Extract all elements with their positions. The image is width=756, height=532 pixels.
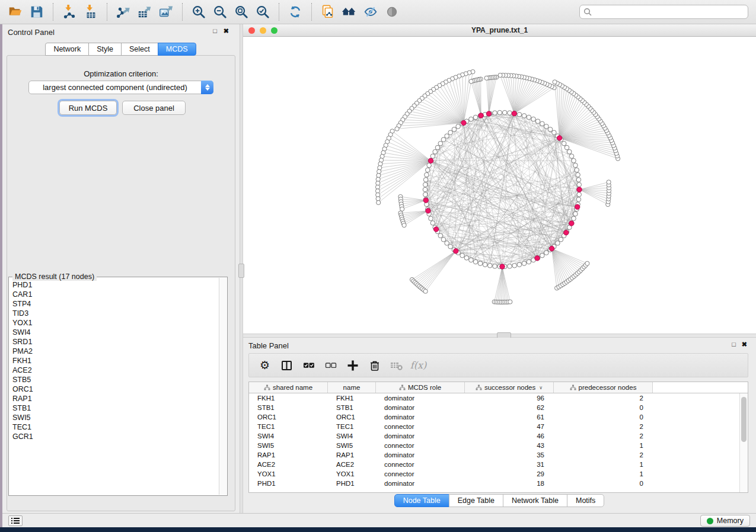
unchecked-boxes-icon (325, 360, 337, 371)
mcds-node-item[interactable]: SWI4 (9, 328, 219, 337)
table-scrollbar-thumb[interactable] (741, 397, 747, 442)
control-panel-title: Control Panel (8, 28, 55, 37)
function-builder-button-disabled: f(x) (407, 355, 429, 376)
task-history-button[interactable] (8, 515, 23, 526)
refresh-view-button[interactable] (285, 2, 306, 22)
mcds-node-item[interactable]: PMA2 (9, 347, 219, 356)
tab-edge-table[interactable]: Edge Table (449, 494, 503, 507)
delete-column-button[interactable] (363, 355, 385, 376)
network-canvas[interactable] (243, 37, 756, 334)
zoom-fit-button[interactable] (231, 2, 252, 22)
tab-motifs[interactable]: Motifs (567, 494, 604, 507)
horizontal-splitter[interactable] (243, 334, 756, 338)
table-row[interactable]: ACE2ACE2connector311 (249, 460, 739, 469)
column-header-name[interactable]: name (328, 382, 376, 393)
tab-network[interactable]: Network (45, 43, 89, 56)
zoom-in-button[interactable] (188, 2, 209, 22)
control-panel: Control Panel □ ✖ NetworkStyleSelectMCDS… (2, 24, 240, 513)
mcds-node-item[interactable]: CAR1 (9, 290, 219, 299)
float-panel-icon[interactable]: □ (732, 341, 736, 348)
export-table-button[interactable] (134, 2, 155, 22)
show-hide-details-button[interactable] (381, 2, 403, 22)
checked-boxes-icon (303, 360, 315, 371)
tab-node-table[interactable]: Node Table (394, 494, 449, 507)
table-row[interactable]: STB1STB1dominator620 (249, 403, 739, 412)
column-header-MCDS-role[interactable]: MCDS role (376, 382, 465, 393)
eye-slash-icon (363, 4, 378, 20)
memory-button[interactable]: Memory (700, 515, 750, 527)
column-header-successor-nodes[interactable]: successor nodes∨ (465, 382, 554, 393)
mcds-node-item[interactable]: ACE2 (9, 366, 219, 375)
delete-table-icon (390, 360, 403, 371)
toolbar-separator (53, 3, 53, 21)
unselect-all-columns-button[interactable] (320, 355, 342, 376)
mcds-node-item[interactable]: STP4 (9, 299, 219, 309)
hide-graphics-details-button[interactable] (360, 2, 381, 22)
zoom-selected-button[interactable] (252, 2, 273, 22)
clone-network-button[interactable] (317, 2, 339, 22)
control-panel-header: Control Panel □ ✖ (2, 24, 240, 40)
optimization-criterion-label: Optimization criterion: (7, 69, 235, 78)
mcds-node-item[interactable]: FKH1 (9, 356, 219, 366)
close-panel-icon[interactable]: ✖ (742, 341, 747, 348)
close-panel-icon[interactable]: ✖ (224, 27, 229, 35)
table-row[interactable]: PHD1PHD1dominator180 (249, 479, 739, 488)
clone-network-icon (320, 4, 336, 20)
close-panel-button[interactable]: Close panel (122, 101, 186, 115)
mcds-node-item[interactable]: SWI5 (9, 413, 219, 422)
tab-select[interactable]: Select (121, 43, 158, 56)
home-button[interactable] (339, 2, 360, 22)
float-panel-icon[interactable]: □ (213, 27, 217, 34)
control-panel-tabs: NetworkStyleSelectMCDS (2, 43, 240, 56)
mcds-node-item[interactable]: ORC1 (9, 384, 219, 394)
column-header-shared-name[interactable]: shared name (249, 382, 328, 393)
mcds-node-item[interactable]: GCR1 (9, 432, 219, 441)
table-row[interactable]: YOX1YOX1connector291 (249, 469, 739, 479)
vertical-splitter[interactable] (240, 24, 243, 513)
column-header-predecessor-nodes[interactable]: predecessor nodes (554, 382, 653, 393)
table-panel: Table Panel □ ✖ ⚙ f(x) (243, 338, 756, 513)
network-title: YPA_prune.txt_1 (243, 26, 756, 34)
open-session-button[interactable] (5, 2, 26, 22)
zoom-out-button[interactable] (209, 2, 231, 22)
table-row[interactable]: SWI5SWI5connector431 (249, 441, 739, 450)
table-row[interactable]: RAP1RAP1dominator352 (249, 450, 739, 460)
table-row[interactable]: TEC1TEC1connector472 (249, 422, 739, 431)
import-table-button[interactable] (80, 2, 101, 22)
mcds-node-item[interactable]: STB5 (9, 375, 219, 384)
tab-style[interactable]: Style (88, 43, 122, 56)
mcds-node-item[interactable]: STB1 (9, 403, 219, 413)
tab-mcds[interactable]: MCDS (158, 43, 196, 56)
table-settings-button[interactable]: ⚙ (254, 355, 276, 376)
mcds-node-item[interactable]: YOX1 (9, 318, 219, 328)
table-scrollbar[interactable] (739, 393, 748, 492)
optimization-criterion-select[interactable]: largest connected component (undirected) (28, 81, 213, 94)
table-type-tabs: Node TableEdge TableNetwork TableMotifs (243, 494, 756, 507)
add-column-button[interactable] (342, 355, 363, 376)
export-image-button[interactable] (155, 2, 177, 22)
network-view-titlebar[interactable]: YPA_prune.txt_1 (243, 24, 756, 37)
mcds-node-item[interactable]: RAP1 (9, 394, 219, 403)
tab-network-table[interactable]: Network Table (503, 494, 567, 507)
import-network-button[interactable] (59, 2, 80, 22)
table-row[interactable]: SWI4SWI4dominator462 (249, 431, 739, 441)
export-network-button[interactable] (113, 2, 134, 22)
search-input[interactable] (579, 5, 748, 19)
trash-icon (369, 360, 381, 371)
mcds-node-item[interactable]: PHD1 (9, 280, 219, 290)
select-all-columns-button[interactable] (298, 355, 320, 376)
double-house-icon (341, 4, 358, 20)
search-container (579, 5, 748, 19)
run-mcds-button[interactable]: Run MCDS (59, 101, 117, 115)
table-row[interactable]: FKH1FKH1dominator962 (249, 393, 739, 403)
vertical-splitter-handle[interactable] (238, 264, 244, 278)
mcds-node-item[interactable]: TEC1 (9, 422, 219, 432)
save-session-button[interactable] (26, 2, 47, 22)
mcds-node-item[interactable]: SRD1 (9, 337, 219, 347)
table-row[interactable]: ORC1ORC1dominator610 (249, 412, 739, 422)
zoom-in-icon (191, 4, 206, 20)
mcds-list-scrollbar[interactable] (219, 278, 227, 495)
mcds-node-item[interactable]: TID3 (9, 309, 219, 318)
toolbar-separator (279, 3, 279, 21)
column-layout-button[interactable] (276, 355, 298, 376)
